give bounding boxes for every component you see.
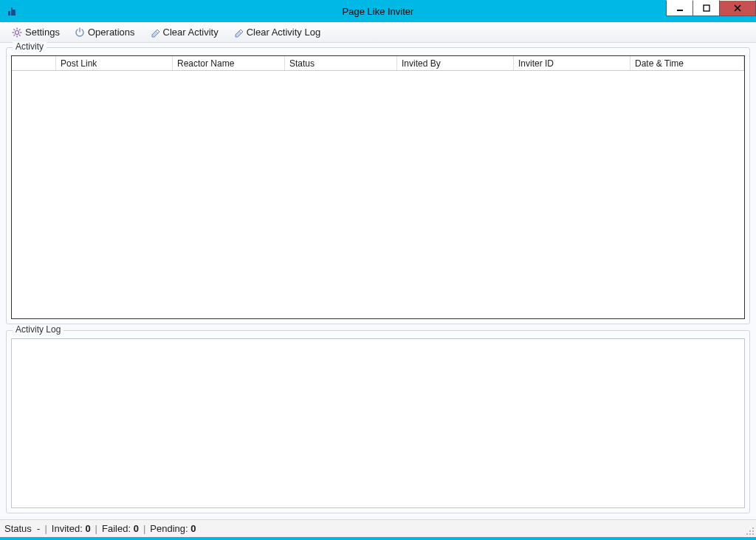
failed-value: 0 [134,523,139,534]
activity-title: Activity [13,41,47,52]
activity-table[interactable]: Post Link Reactor Name Status Invited By… [11,55,745,319]
svg-line-8 [19,34,21,35]
content-area: Settings Operations Clear Activity Clear… [0,22,756,540]
table-header: Post Link Reactor Name Status Invited By… [12,56,744,71]
status-label: Status [4,523,32,534]
activity-log-title: Activity Log [13,324,63,335]
clear-activity-label: Clear Activity [163,27,219,38]
svg-point-15 [749,533,751,535]
svg-point-11 [752,527,754,529]
power-icon [75,27,85,38]
maximize-button[interactable] [693,0,719,16]
pending-value: 0 [190,523,196,534]
pending-label: Pending: [150,523,188,534]
column-header[interactable]: Date & Time [630,56,744,70]
svg-point-2 [16,30,19,34]
column-header[interactable] [12,56,56,70]
settings-label: Settings [25,27,60,38]
column-header[interactable]: Post Link [56,56,173,70]
svg-point-14 [752,533,754,535]
titlebar[interactable]: Page Like Inviter [0,0,756,22]
svg-point-16 [746,533,748,535]
minimize-button[interactable] [666,0,693,16]
svg-rect-0 [677,10,683,11]
eraser-icon [233,27,244,38]
invited-label: Invited: [52,523,83,534]
window-controls [666,0,756,16]
activity-log-area[interactable] [11,338,745,508]
app-icon [6,5,18,17]
failed-label: Failed: [102,523,131,534]
svg-rect-1 [704,5,709,11]
status-bar: Status - | Invited: 0 | Failed: 0 | Pend… [0,519,756,537]
svg-line-9 [19,29,21,30]
svg-line-7 [14,29,16,30]
activity-group: Activity Post Link Reactor Name Status I… [6,47,750,324]
resize-grip-icon[interactable] [746,527,755,536]
clear-activity-log-label: Clear Activity Log [247,27,320,38]
close-button[interactable] [719,0,756,16]
settings-button[interactable]: Settings [6,25,66,39]
operations-label: Operations [88,27,135,38]
svg-line-10 [14,34,16,35]
column-header[interactable]: Status [285,56,397,70]
clear-activity-log-button[interactable]: Clear Activity Log [227,25,326,39]
operations-button[interactable]: Operations [69,25,141,39]
eraser-icon [150,27,160,38]
activity-log-group: Activity Log [6,330,750,513]
svg-point-13 [749,530,751,532]
clear-activity-button[interactable]: Clear Activity [144,25,224,39]
toolbar: Settings Operations Clear Activity Clear… [0,22,756,43]
main-body: Activity Post Link Reactor Name Status I… [0,43,756,519]
column-header[interactable]: Invited By [397,56,514,70]
status-value: - [37,523,40,534]
gear-icon [12,27,22,38]
window-title: Page Like Inviter [343,6,414,17]
column-header[interactable]: Reactor Name [173,56,285,70]
column-header[interactable]: Inviter ID [514,56,630,70]
invited-value: 0 [85,523,90,534]
svg-point-12 [752,530,754,532]
application-window: Page Like Inviter Settings [0,0,756,540]
